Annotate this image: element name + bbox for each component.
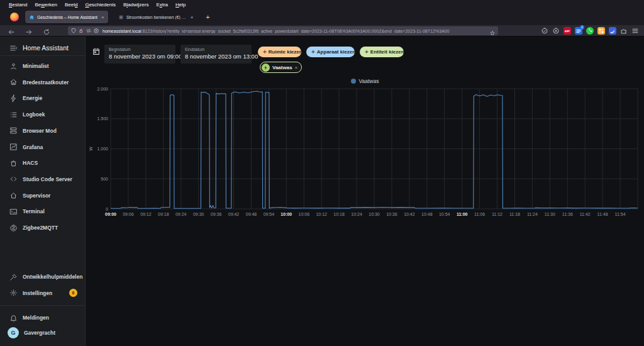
lightning-icon xyxy=(9,94,18,103)
sidebar-item-terminal[interactable]: Terminal xyxy=(0,205,86,218)
browser-tab-0[interactable]: Geschiedenis – Home Assistant× xyxy=(25,11,108,23)
button-entiteit-kiezen[interactable]: +Entiteit kiezen xyxy=(360,47,404,57)
reload-button[interactable] xyxy=(43,27,50,35)
y-axis-tick: 2.000 xyxy=(97,87,108,91)
orange-extension-icon[interactable] xyxy=(597,27,605,35)
menu-bestand[interactable]: Bestand xyxy=(5,2,31,8)
tab-close-icon[interactable]: × xyxy=(191,14,194,20)
x-axis-tick: 09:00 xyxy=(105,212,116,216)
menu-extra[interactable]: Extra xyxy=(152,2,172,8)
end-date-value: 8 november 2023 om 13:00 xyxy=(185,53,252,60)
sidebar-item-label: Ontwikkelhulpmiddelen xyxy=(23,274,82,280)
sidebar-item-label: Minimalist xyxy=(23,63,49,69)
x-axis-tick: 10:00 xyxy=(280,212,292,216)
menu-geschiedenis[interactable]: Geschiedenis xyxy=(81,2,119,8)
extension-badge: 2 xyxy=(580,25,584,30)
x-axis-tick: 11:30 xyxy=(545,212,555,216)
button-label: Ruimte kiezen xyxy=(269,49,303,55)
extensions-row: ABP2 xyxy=(541,26,639,35)
x-axis-tick: 09:36 xyxy=(211,212,222,216)
shield-check-icon[interactable] xyxy=(541,27,548,35)
list-icon xyxy=(9,111,18,119)
menu-bladwijzers[interactable]: Bladwijzers xyxy=(119,2,152,8)
sidebar-item-bredestraatkouter[interactable]: Bredestraatkouter xyxy=(0,76,86,89)
home-assistant-app: Home AssistantMinimalistBredestraatkoute… xyxy=(0,36,644,346)
sidebar-item-user[interactable]: GGavergracht xyxy=(0,326,86,339)
sidebar-item-label: HACS xyxy=(23,160,38,166)
adblock-plus-icon[interactable]: ABP xyxy=(564,27,571,35)
whatsapp-icon[interactable] xyxy=(586,27,594,35)
tab-title: Stroomkosten berekenen (€) (W xyxy=(126,15,187,20)
x-axis-tick: 09:48 xyxy=(246,212,257,216)
extensions-puzzle-icon[interactable] xyxy=(620,27,628,35)
x-axis-tick: 10:42 xyxy=(404,212,415,216)
y-axis-tick: 500 xyxy=(101,177,108,181)
menu-bar: BestandBewerkenBeeldGeschiedenisBladwijz… xyxy=(0,0,644,9)
entity-chip-vaatwas[interactable]: Vaatwas × xyxy=(260,62,302,73)
menu-beeld[interactable]: Beeld xyxy=(61,2,81,8)
sidebar-item-supervisor[interactable]: Supervisor xyxy=(0,189,86,202)
grey-favicon xyxy=(118,14,124,20)
calendar-icon[interactable] xyxy=(92,47,101,56)
sidebar-item-minimalist[interactable]: Minimalist xyxy=(0,60,86,72)
circle-cross-icon[interactable] xyxy=(552,27,560,35)
url-bar[interactable]: homeassistant.local:8123/history?entity_… xyxy=(68,26,498,35)
blue-swoosh-extension-icon[interactable] xyxy=(609,27,616,35)
sidebar-item-logboek[interactable]: Logboek xyxy=(0,108,86,121)
back-button[interactable] xyxy=(8,27,15,35)
chip-close-icon[interactable]: × xyxy=(295,65,298,70)
menu-help[interactable]: Help xyxy=(172,2,189,8)
plus-icon: + xyxy=(263,48,267,55)
sidebar-item-energie[interactable]: Energie xyxy=(0,92,86,104)
sidebar-item-studio-code-server[interactable]: Studio Code Server xyxy=(0,173,86,186)
bell-icon xyxy=(9,314,18,322)
x-axis-tick: 09:18 xyxy=(158,212,169,216)
x-axis-tick: 10:18 xyxy=(333,212,345,216)
x-axis-tick: 09:30 xyxy=(193,212,204,216)
lock-insecure-icon[interactable] xyxy=(78,28,84,34)
button-ruimte-kiezen[interactable]: +Ruimte kiezen xyxy=(258,47,301,57)
x-axis-tick: 09:06 xyxy=(123,212,134,216)
person-icon xyxy=(9,62,18,70)
blue-extension-icon[interactable]: 2 xyxy=(575,27,582,35)
firefox-view-button[interactable] xyxy=(10,13,19,21)
sidebar-item-grafana[interactable]: Grafana xyxy=(0,141,86,153)
sidebar-item-instellingen[interactable]: Instellingen6 xyxy=(0,287,86,299)
forward-button[interactable] xyxy=(25,27,33,35)
sidebar-item-label: Zigbee2MQTT xyxy=(23,225,58,231)
history-page: Begindatum 8 november 2023 om 09:00 Eind… xyxy=(86,36,644,346)
x-axis-tick: 10:12 xyxy=(316,212,327,216)
bag-icon xyxy=(9,159,18,167)
button-apparaat-kiezen[interactable]: +Apparaat kiezen xyxy=(306,47,355,57)
url-text: homeassistant.local:8123/history?entity_… xyxy=(103,29,487,33)
sidebar-header[interactable]: Home Assistant xyxy=(0,42,86,54)
x-axis-tick: 10:24 xyxy=(351,212,362,216)
start-date-field[interactable]: Begindatum 8 november 2023 om 09:00 xyxy=(104,45,175,64)
sidebar-item-label: Logboek xyxy=(23,111,45,118)
zigbee-icon xyxy=(9,224,18,232)
bookmark-star-icon[interactable] xyxy=(489,28,496,34)
sidebar-title: Home Assistant xyxy=(23,44,69,52)
app-menu-icon[interactable] xyxy=(631,27,639,35)
x-axis-tick: 11:36 xyxy=(562,212,573,216)
history-chart[interactable]: 05001.0001.5002.00009:0009:0609:1209:180… xyxy=(86,74,644,226)
swap-arrows-icon[interactable] xyxy=(86,28,92,34)
code-icon xyxy=(9,175,18,183)
x-axis-tick: 09:24 xyxy=(175,212,187,216)
x-axis-tick: 11:24 xyxy=(527,212,538,216)
end-date-field[interactable]: Einddatum 8 november 2023 om 13:00 xyxy=(180,45,252,64)
new-tab-button[interactable]: + xyxy=(203,14,212,21)
tab-close-icon[interactable]: × xyxy=(101,14,104,20)
sidebar-item-ontwikkelhulpmiddelen[interactable]: Ontwikkelhulpmiddelen xyxy=(0,271,86,283)
sidebar-item-hacs[interactable]: HACS xyxy=(0,157,86,169)
browser-tab-1[interactable]: Stroomkosten berekenen (€) (W× xyxy=(114,11,197,23)
sidebar-item-notifications[interactable]: Meldingen xyxy=(0,311,86,324)
sidebar-divider xyxy=(0,305,86,306)
menu-bewerken[interactable]: Bewerken xyxy=(31,2,61,8)
settings-badge: 6 xyxy=(69,289,77,297)
circle-cross-icon[interactable] xyxy=(93,28,99,34)
x-axis-tick: 10:06 xyxy=(299,212,310,216)
shield-icon[interactable] xyxy=(70,28,77,34)
sidebar-item-zigbee2mqtt[interactable]: Zigbee2MQTT xyxy=(0,221,86,234)
sidebar-item-browser-mod[interactable]: Browser Mod xyxy=(0,125,86,137)
